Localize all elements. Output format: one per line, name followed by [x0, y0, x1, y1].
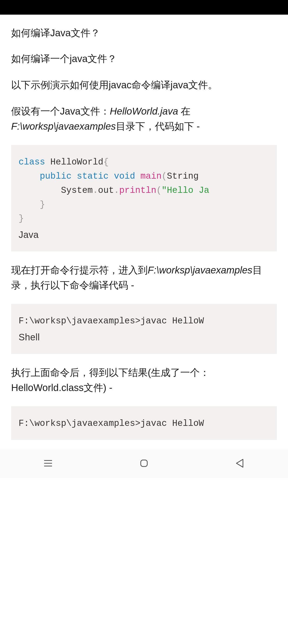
home-button[interactable] — [137, 456, 151, 470]
code-line: F:\worksp\javaexamples>javac HelloW — [18, 418, 204, 428]
path-italic: F:\worksp\javaexamples — [11, 121, 116, 132]
svg-rect-3 — [141, 460, 147, 466]
code-language-label: Shell — [18, 330, 270, 344]
text: 现在打开命令行提示符，进入到 — [11, 264, 148, 276]
code-token: . — [93, 186, 98, 196]
code-token: "Hello Ja — [162, 186, 209, 196]
code-token: static — [72, 171, 109, 181]
code-token — [18, 186, 61, 196]
code-token: main — [135, 171, 162, 181]
code-token: ( — [162, 171, 167, 181]
text: 假设有一个Java文件： — [11, 106, 110, 117]
system-nav-bar — [0, 449, 288, 478]
filename-italic: HelloWorld.java — [110, 106, 178, 117]
recent-apps-button[interactable] — [41, 456, 55, 470]
code-token: { — [103, 157, 109, 167]
paragraph-assume: 假设有一个Java文件：HelloWorld.java 在F:\worksp\j… — [11, 104, 277, 134]
paragraph-intro: 以下示例演示如何使用javac命令编译java文件。 — [11, 77, 277, 92]
code-token — [18, 171, 40, 181]
paragraph-question: 如何编译一个java文件？ — [11, 51, 277, 66]
code-token: String — [167, 171, 204, 181]
code-language-label: Java — [18, 227, 270, 242]
code-block-java: class HelloWorld{ public static void mai… — [11, 145, 277, 251]
code-token: } — [18, 214, 24, 224]
code-token: println — [119, 186, 156, 196]
article-content: 如何编译Java文件？ 如何编译一个java文件？ 以下示例演示如何使用java… — [0, 15, 288, 449]
code-token: public — [40, 171, 72, 181]
code-token: out — [98, 186, 114, 196]
text: 在 — [178, 106, 191, 117]
status-bar — [0, 0, 288, 15]
svg-marker-4 — [236, 459, 243, 467]
code-token — [18, 200, 40, 210]
code-line: F:\worksp\javaexamples>javac HelloW — [18, 316, 204, 326]
code-token: } — [40, 200, 45, 210]
back-button[interactable] — [233, 456, 247, 470]
paragraph-cmd-intro: 现在打开命令行提示符，进入到F:\worksp\javaexamples目录，执… — [11, 262, 277, 293]
code-token: ( — [156, 186, 162, 196]
code-token: System — [61, 186, 93, 196]
page-title: 如何编译Java文件？ — [11, 26, 277, 40]
code-block-output: F:\worksp\javaexamples>javac HelloW — [11, 406, 277, 440]
text: 目录下，代码如下 - — [116, 121, 200, 132]
code-token: class — [18, 157, 45, 167]
code-token: . — [114, 186, 120, 196]
code-token: HelloWorld — [45, 157, 103, 167]
code-block-shell: F:\worksp\javaexamples>javac HelloW Shel… — [11, 304, 277, 354]
path-italic: F:\worksp\javaexamples — [148, 264, 252, 276]
code-token: void — [109, 171, 135, 181]
paragraph-result: 执行上面命令后，得到以下结果(生成了一个：HelloWorld.class文件)… — [11, 365, 277, 395]
